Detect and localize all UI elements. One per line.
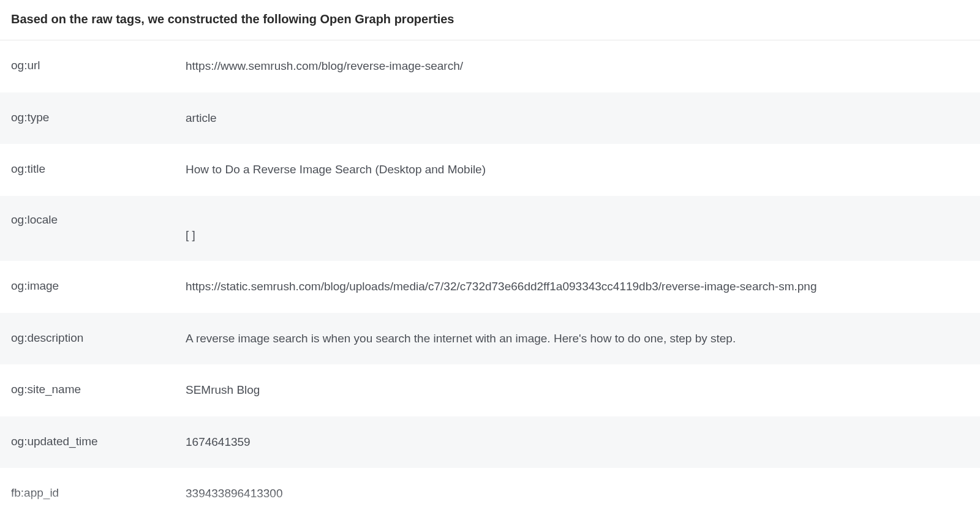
property-key: og:description bbox=[11, 330, 186, 345]
panel-heading: Based on the raw tags, we constructed th… bbox=[0, 12, 980, 40]
property-key: fb:app_id bbox=[11, 485, 186, 500]
property-value: 1674641359 bbox=[186, 434, 969, 451]
property-value: https://www.semrush.com/blog/reverse-ima… bbox=[186, 58, 969, 75]
table-row: og:locale [ ] bbox=[0, 196, 980, 262]
property-key: og:locale bbox=[11, 213, 186, 227]
property-value: A reverse image search is when you searc… bbox=[186, 330, 969, 348]
property-value: https://static.semrush.com/blog/uploads/… bbox=[186, 278, 969, 296]
property-value: [ ] bbox=[186, 213, 969, 244]
property-value: article bbox=[186, 110, 969, 127]
property-key: og:updated_time bbox=[11, 434, 186, 448]
table-row: og:image https://static.semrush.com/blog… bbox=[0, 261, 980, 313]
property-key: og:title bbox=[11, 161, 186, 176]
property-key: og:site_name bbox=[11, 382, 186, 396]
property-key: og:url bbox=[11, 58, 186, 72]
property-value: 339433896413300 bbox=[186, 485, 969, 503]
table-row: og:updated_time 1674641359 bbox=[0, 416, 980, 468]
property-value: How to Do a Reverse Image Search (Deskto… bbox=[186, 161, 969, 179]
og-properties-panel: Based on the raw tags, we constructed th… bbox=[0, 0, 980, 520]
property-value: SEMrush Blog bbox=[186, 382, 969, 399]
table-row: og:url https://www.semrush.com/blog/reve… bbox=[0, 40, 980, 92]
property-key: og:type bbox=[11, 110, 186, 124]
table-row: fb:app_id 339433896413300 bbox=[0, 468, 980, 520]
property-key: og:image bbox=[11, 278, 186, 293]
table-row: og:title How to Do a Reverse Image Searc… bbox=[0, 144, 980, 196]
table-row: og:description A reverse image search is… bbox=[0, 313, 980, 365]
table-row: og:type article bbox=[0, 92, 980, 145]
table-row: og:site_name SEMrush Blog bbox=[0, 364, 980, 416]
